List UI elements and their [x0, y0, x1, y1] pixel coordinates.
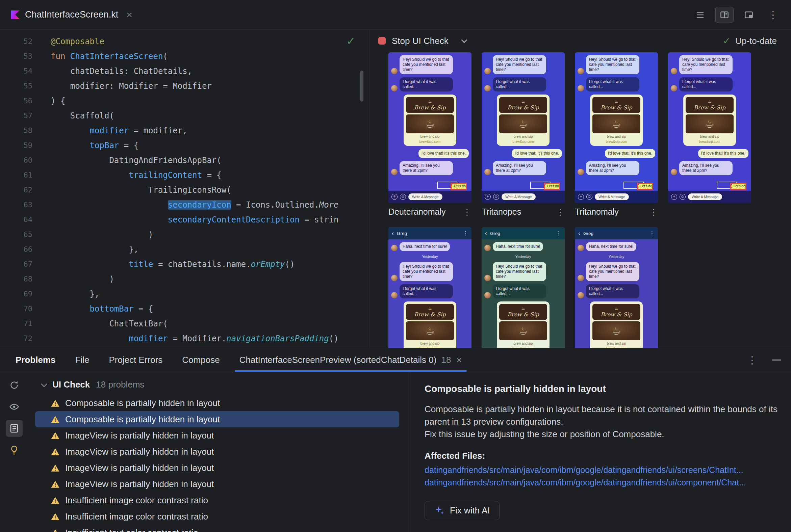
layout-issue-highlight: Let's do it [484, 181, 562, 191]
problem-item[interactable]: Insufficient text color contrast ratio [35, 525, 399, 532]
avatar [577, 275, 584, 281]
more-options-button[interactable]: ⋮ [764, 7, 782, 23]
problem-item[interactable]: Composable is partially hidden in layout [35, 395, 399, 411]
day-divider: Yesterday [577, 254, 655, 259]
emoji-icon[interactable]: ☺ [680, 194, 686, 200]
tab-count: 18 [441, 355, 451, 365]
cta-chip: Let's do it [452, 183, 467, 189]
problem-item[interactable]: ImageView is partially hidden in layout [35, 428, 399, 443]
avatar [671, 68, 677, 74]
affected-file-link[interactable]: datingandfriends/src/main/java/com/ibm/g… [425, 476, 777, 489]
more-icon[interactable]: ⋮ [649, 230, 655, 236]
chat-bubble: Amazing, I'll see you there at 2pm? [679, 161, 733, 175]
add-icon[interactable]: + [578, 194, 584, 200]
problem-item[interactable]: ImageView is partially hidden in layout [35, 460, 399, 476]
preview-visibility-button[interactable] [6, 398, 23, 415]
preview-phone[interactable]: Hey! Should we go to that cafe you menti… [388, 52, 472, 203]
tab-chatinterfacescreenpreview-sortedchatdetails-0-[interactable]: ChatInterfaceScreenPreview (sortedChatDe… [239, 348, 462, 372]
emoji-icon[interactable]: ☺ [586, 194, 592, 200]
editor-gutter[interactable]: 5253545556575859606162636465666768697071… [0, 34, 33, 348]
problem-item[interactable]: Insufficient image color contrast ratio [35, 492, 399, 508]
code-token: modifier [90, 126, 129, 135]
tab-compose[interactable]: Compose [182, 348, 220, 372]
minimize-icon[interactable] [772, 360, 781, 361]
more-icon[interactable]: ⋮ [556, 230, 561, 236]
editor-scrollbar[interactable] [360, 71, 363, 101]
expander-chevron-icon [41, 381, 47, 387]
code-token: Scaffold( [51, 111, 114, 120]
avatar [577, 85, 584, 92]
problems-group-header[interactable]: UI Check 18 problems [29, 376, 409, 393]
chat-message: Hey! Should we go to that cafe you menti… [671, 55, 749, 74]
coffee-cup-icon: ☕ [594, 99, 639, 104]
chat-message: Amazing, I'll see you there at 2pm? [391, 161, 469, 175]
avatar [484, 275, 491, 281]
preview-layout-button[interactable] [740, 7, 758, 23]
tab-problems[interactable]: Problems [16, 348, 56, 372]
tab-close-icon[interactable]: × [126, 9, 132, 21]
coffee-caption: brew and sip [700, 135, 719, 138]
problems-list-view-button[interactable] [6, 420, 23, 437]
more-icon[interactable]: ⋮ [463, 208, 472, 216]
code-token: () [329, 334, 339, 343]
chat-message: I'd love that! It's this one. [577, 149, 655, 158]
add-icon[interactable]: + [485, 194, 491, 200]
more-icon[interactable]: ⋮ [556, 208, 565, 216]
add-icon[interactable]: + [671, 194, 677, 200]
preview-phone[interactable]: Hey! Should we go to that cafe you menti… [668, 52, 751, 203]
affected-file-link[interactable]: datingandfriends/src/main/java/com/ibm/g… [425, 464, 777, 476]
more-icon[interactable]: ⋮ [463, 230, 468, 236]
chevron-down-icon[interactable] [461, 37, 467, 43]
coffee-cup-icon: ☕ [612, 121, 621, 127]
problem-item[interactable]: Insufficient image color contrast ratio [35, 508, 399, 525]
preview-phone[interactable]: ‹Greg⋮Haha, next time for sure!Yesterday… [388, 227, 472, 348]
emoji-icon[interactable]: ☺ [493, 194, 499, 200]
message-input[interactable]: Write A Message [688, 193, 722, 200]
tab-file[interactable]: File [75, 348, 90, 372]
preview-phone[interactable]: ‹Greg⋮Haha, next time for sure!Yesterday… [482, 227, 565, 348]
structure-view-button[interactable] [691, 7, 709, 23]
refresh-button[interactable] [6, 377, 23, 394]
fix-with-ai-button[interactable]: Fix with AI [425, 501, 499, 520]
emoji-icon[interactable]: ☺ [400, 194, 406, 200]
chat-bubble: Amazing, I'll see you there at 2pm? [493, 161, 546, 175]
code-line: ) { [51, 94, 369, 108]
problem-item[interactable]: ImageView is partially hidden in layout [35, 443, 399, 460]
preview-phone[interactable]: Hey! Should we go to that cafe you menti… [575, 52, 658, 203]
preview-phone[interactable]: ‹Greg⋮Haha, next time for sure!Yesterday… [575, 227, 658, 348]
problem-text: Insufficient image color contrast ratio [65, 495, 208, 506]
chat-message: Amazing, I'll see you there at 2pm? [577, 161, 655, 175]
stop-ui-check-button[interactable]: Stop UI Check [375, 34, 452, 48]
code-token: = chatDetails.name. [153, 260, 251, 269]
editor-tab[interactable]: ChatInterfaceScreen.kt × [0, 0, 142, 30]
problems-tool-window: ProblemsFileProject ErrorsComposeChatInt… [0, 348, 791, 532]
code-line: modifier = modifier, [51, 123, 369, 138]
code-token: ChatInterfaceScreen [70, 52, 163, 61]
coffee-url: brew&sip.com [420, 140, 441, 144]
preview-phone[interactable]: Hey! Should we go to that cafe you menti… [482, 52, 565, 203]
split-editor-button[interactable] [715, 7, 734, 23]
add-icon[interactable]: + [391, 194, 398, 200]
message-input[interactable]: Write A Message [501, 193, 536, 200]
problem-item[interactable]: ImageView is partially hidden in layout [35, 476, 399, 492]
editor-code[interactable]: @Composablefun ChatInterfaceScreen( chat… [51, 34, 369, 348]
quick-fix-button[interactable] [6, 441, 23, 458]
back-icon[interactable]: ‹ [578, 230, 580, 236]
back-icon[interactable]: ‹ [485, 230, 487, 236]
panel-more-icon[interactable]: ⋮ [747, 355, 757, 365]
more-icon[interactable]: ⋮ [649, 208, 658, 216]
problem-item[interactable]: Composable is partially hidden in layout [35, 411, 399, 428]
message-input[interactable]: Write A Message [595, 193, 629, 200]
code-line: DatingAndFriendsAppBar( [51, 153, 369, 168]
chat-bubble: Hey! Should we go to that cafe you menti… [400, 262, 453, 281]
line-number: 67 [0, 257, 33, 272]
problem-detail-fix-hint: Fix this issue by adjusting the size or … [425, 428, 777, 440]
tab-close-icon[interactable]: × [456, 355, 462, 366]
tab-project-errors[interactable]: Project Errors [109, 348, 163, 372]
line-number: 72 [0, 331, 33, 346]
coffee-logo: ☕Brew & Sip [499, 97, 547, 113]
message-input[interactable]: Write A Message [408, 193, 442, 200]
chat-bubble: I'd love that! It's this one. [419, 149, 469, 158]
back-icon[interactable]: ‹ [392, 230, 394, 236]
coffee-caption: brew and sip [514, 342, 533, 345]
